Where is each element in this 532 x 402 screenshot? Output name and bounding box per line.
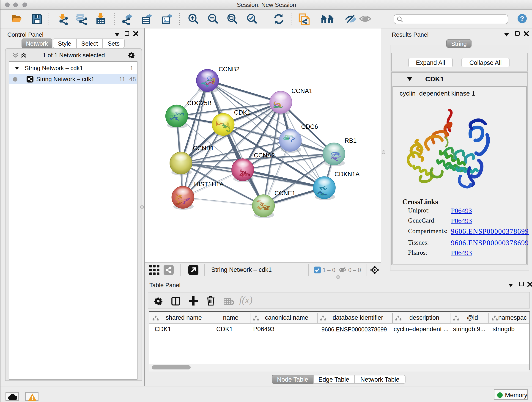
svg-text:CDC6: CDC6: [301, 123, 318, 130]
svg-text:CCNB1: CCNB1: [193, 145, 214, 152]
svg-text:CCNE1: CCNE1: [274, 190, 296, 197]
svg-text:CDK1: CDK1: [234, 109, 250, 116]
svg-text:RB1: RB1: [345, 137, 357, 144]
svg-text:CCNA1: CCNA1: [291, 88, 312, 95]
svg-text:HIST1H1A: HIST1H1A: [194, 181, 224, 188]
svg-text:CCNB2: CCNB2: [219, 66, 240, 73]
svg-text:?: ?: [520, 15, 524, 22]
svg-text:CCNA2: CCNA2: [254, 152, 275, 159]
svg-text:CDC25B: CDC25B: [187, 100, 212, 107]
svg-text:CDKN1A: CDKN1A: [335, 171, 360, 178]
